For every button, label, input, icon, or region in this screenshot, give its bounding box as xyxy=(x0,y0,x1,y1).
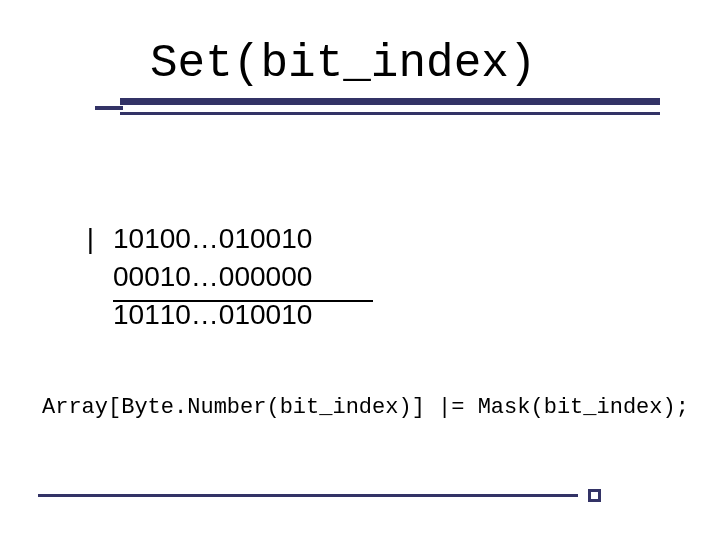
title-dash-accent xyxy=(95,106,123,110)
bit-operation-block: | 10100…010010 00010…000000 10110…010010 xyxy=(68,220,312,334)
operation-divider xyxy=(113,300,373,302)
footer-square-icon xyxy=(588,489,601,502)
title-underline-thick xyxy=(120,98,660,105)
operand-2: 00010…000000 xyxy=(113,258,312,296)
code-expression: Array[Byte.Number(bit_index)] |= Mask(bi… xyxy=(42,395,689,420)
operand-1: 10100…010010 xyxy=(113,220,312,258)
bit-lines: 10100…010010 00010…000000 10110…010010 xyxy=(113,220,312,334)
slide: Set(bit_index) | 10100…010010 00010…0000… xyxy=(0,0,720,540)
bitwise-or-operator: | xyxy=(68,220,113,258)
title-underline-thin xyxy=(120,112,660,115)
footer-rule xyxy=(38,494,578,497)
slide-title: Set(bit_index) xyxy=(150,38,536,90)
